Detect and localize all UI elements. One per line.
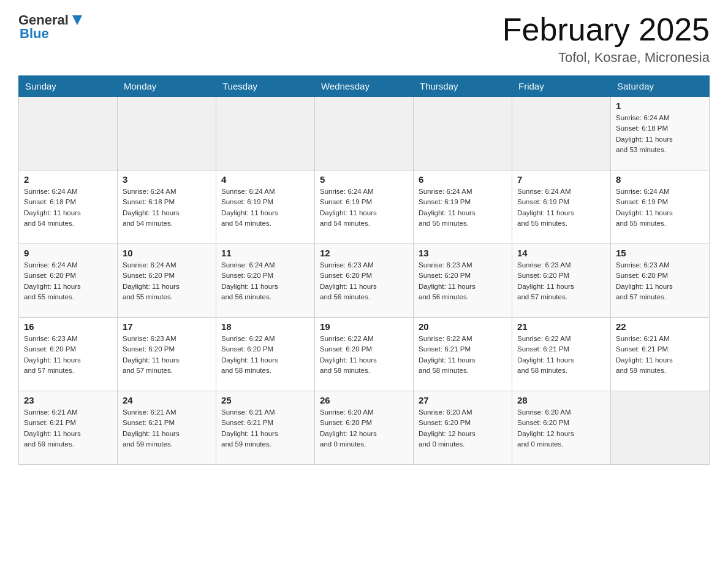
weekday-saturday: Saturday	[611, 76, 710, 97]
day-number: 15	[616, 248, 704, 258]
day-number: 11	[221, 248, 309, 258]
day-info: Sunrise: 6:22 AM Sunset: 6:21 PM Dayligh…	[419, 334, 507, 376]
day-info: Sunrise: 6:21 AM Sunset: 6:21 PM Dayligh…	[24, 407, 112, 450]
calendar-cell: 24Sunrise: 6:21 AM Sunset: 6:21 PM Dayli…	[118, 391, 216, 465]
weekday-friday: Friday	[512, 76, 611, 97]
day-number: 18	[221, 321, 309, 332]
calendar-cell: 18Sunrise: 6:22 AM Sunset: 6:20 PM Dayli…	[216, 318, 315, 391]
day-number: 3	[123, 174, 211, 185]
day-info: Sunrise: 6:22 AM Sunset: 6:20 PM Dayligh…	[221, 334, 309, 376]
calendar-week-3: 9Sunrise: 6:24 AM Sunset: 6:20 PM Daylig…	[19, 244, 710, 318]
day-info: Sunrise: 6:21 AM Sunset: 6:21 PM Dayligh…	[123, 407, 211, 450]
day-number: 8	[616, 174, 704, 185]
day-number: 22	[616, 321, 704, 332]
day-info: Sunrise: 6:23 AM Sunset: 6:20 PM Dayligh…	[419, 260, 507, 302]
calendar-cell: 11Sunrise: 6:24 AM Sunset: 6:20 PM Dayli…	[216, 244, 315, 318]
calendar-cell: 1Sunrise: 6:24 AM Sunset: 6:18 PM Daylig…	[611, 97, 710, 170]
day-number: 5	[320, 174, 408, 185]
calendar-cell	[216, 97, 315, 170]
calendar-cell: 8Sunrise: 6:24 AM Sunset: 6:19 PM Daylig…	[611, 170, 710, 244]
day-info: Sunrise: 6:23 AM Sunset: 6:20 PM Dayligh…	[616, 260, 704, 302]
day-info: Sunrise: 6:23 AM Sunset: 6:20 PM Dayligh…	[123, 334, 211, 376]
calendar-cell: 19Sunrise: 6:22 AM Sunset: 6:20 PM Dayli…	[315, 318, 414, 391]
calendar-cell: 23Sunrise: 6:21 AM Sunset: 6:21 PM Dayli…	[19, 391, 118, 465]
day-info: Sunrise: 6:23 AM Sunset: 6:20 PM Dayligh…	[517, 260, 605, 302]
day-info: Sunrise: 6:24 AM Sunset: 6:19 PM Dayligh…	[419, 186, 507, 229]
day-info: Sunrise: 6:24 AM Sunset: 6:18 PM Dayligh…	[616, 113, 704, 155]
calendar-cell: 15Sunrise: 6:23 AM Sunset: 6:20 PM Dayli…	[611, 244, 710, 318]
calendar-cell: 27Sunrise: 6:20 AM Sunset: 6:20 PM Dayli…	[414, 391, 512, 465]
day-number: 24	[123, 395, 211, 405]
day-info: Sunrise: 6:23 AM Sunset: 6:20 PM Dayligh…	[24, 334, 112, 376]
day-info: Sunrise: 6:24 AM Sunset: 6:20 PM Dayligh…	[123, 260, 211, 302]
day-number: 25	[221, 395, 309, 405]
day-info: Sunrise: 6:20 AM Sunset: 6:20 PM Dayligh…	[517, 407, 605, 450]
calendar-cell: 20Sunrise: 6:22 AM Sunset: 6:21 PM Dayli…	[414, 318, 512, 391]
calendar-cell: 2Sunrise: 6:24 AM Sunset: 6:18 PM Daylig…	[19, 170, 118, 244]
calendar-cell	[611, 391, 710, 465]
day-info: Sunrise: 6:21 AM Sunset: 6:21 PM Dayligh…	[616, 334, 704, 376]
calendar-cell: 5Sunrise: 6:24 AM Sunset: 6:19 PM Daylig…	[315, 170, 414, 244]
calendar-cell: 21Sunrise: 6:22 AM Sunset: 6:21 PM Dayli…	[512, 318, 611, 391]
calendar-subtitle: Tofol, Kosrae, Micronesia	[502, 50, 710, 66]
day-info: Sunrise: 6:24 AM Sunset: 6:19 PM Dayligh…	[517, 186, 605, 229]
calendar-cell	[414, 97, 512, 170]
day-number: 14	[517, 248, 605, 258]
calendar-cell	[315, 97, 414, 170]
weekday-wednesday: Wednesday	[315, 76, 414, 97]
calendar-body: 1Sunrise: 6:24 AM Sunset: 6:18 PM Daylig…	[19, 97, 710, 465]
weekday-tuesday: Tuesday	[216, 76, 315, 97]
day-info: Sunrise: 6:24 AM Sunset: 6:19 PM Dayligh…	[616, 186, 704, 229]
day-info: Sunrise: 6:24 AM Sunset: 6:18 PM Dayligh…	[24, 186, 112, 229]
calendar-cell: 12Sunrise: 6:23 AM Sunset: 6:20 PM Dayli…	[315, 244, 414, 318]
day-number: 4	[221, 174, 309, 185]
calendar-cell: 28Sunrise: 6:20 AM Sunset: 6:20 PM Dayli…	[512, 391, 611, 465]
day-number: 16	[24, 321, 112, 332]
day-number: 13	[419, 248, 507, 258]
day-number: 23	[24, 395, 112, 405]
day-info: Sunrise: 6:24 AM Sunset: 6:18 PM Dayligh…	[123, 186, 211, 229]
page-header: General Blue February 2025 Tofol, Kosrae…	[18, 12, 710, 66]
calendar-cell: 10Sunrise: 6:24 AM Sunset: 6:20 PM Dayli…	[118, 244, 216, 318]
calendar-header: SundayMondayTuesdayWednesdayThursdayFrid…	[19, 76, 710, 97]
day-number: 9	[24, 248, 112, 258]
day-info: Sunrise: 6:24 AM Sunset: 6:19 PM Dayligh…	[320, 186, 408, 229]
day-info: Sunrise: 6:24 AM Sunset: 6:20 PM Dayligh…	[221, 260, 309, 302]
day-number: 6	[419, 174, 507, 185]
weekday-monday: Monday	[118, 76, 216, 97]
calendar-table: SundayMondayTuesdayWednesdayThursdayFrid…	[18, 75, 710, 465]
day-number: 17	[123, 321, 211, 332]
day-number: 21	[517, 321, 605, 332]
calendar-week-5: 23Sunrise: 6:21 AM Sunset: 6:21 PM Dayli…	[19, 391, 710, 465]
day-info: Sunrise: 6:24 AM Sunset: 6:19 PM Dayligh…	[221, 186, 309, 229]
day-info: Sunrise: 6:20 AM Sunset: 6:20 PM Dayligh…	[320, 407, 408, 450]
calendar-cell: 9Sunrise: 6:24 AM Sunset: 6:20 PM Daylig…	[19, 244, 118, 318]
calendar-week-2: 2Sunrise: 6:24 AM Sunset: 6:18 PM Daylig…	[19, 170, 710, 244]
calendar-cell: 14Sunrise: 6:23 AM Sunset: 6:20 PM Dayli…	[512, 244, 611, 318]
weekday-sunday: Sunday	[19, 76, 118, 97]
svg-marker-0	[72, 15, 82, 25]
calendar-cell: 13Sunrise: 6:23 AM Sunset: 6:20 PM Dayli…	[414, 244, 512, 318]
day-number: 28	[517, 395, 605, 405]
calendar-cell: 4Sunrise: 6:24 AM Sunset: 6:19 PM Daylig…	[216, 170, 315, 244]
day-info: Sunrise: 6:22 AM Sunset: 6:20 PM Dayligh…	[320, 334, 408, 376]
day-number: 12	[320, 248, 408, 258]
calendar-week-1: 1Sunrise: 6:24 AM Sunset: 6:18 PM Daylig…	[19, 97, 710, 170]
weekday-thursday: Thursday	[414, 76, 512, 97]
day-number: 20	[419, 321, 507, 332]
calendar-cell: 7Sunrise: 6:24 AM Sunset: 6:19 PM Daylig…	[512, 170, 611, 244]
day-number: 1	[616, 101, 704, 111]
calendar-cell: 22Sunrise: 6:21 AM Sunset: 6:21 PM Dayli…	[611, 318, 710, 391]
day-number: 27	[419, 395, 507, 405]
calendar-cell	[512, 97, 611, 170]
calendar-title: February 2025	[502, 12, 710, 47]
calendar-cell: 6Sunrise: 6:24 AM Sunset: 6:19 PM Daylig…	[414, 170, 512, 244]
day-number: 2	[24, 174, 112, 185]
calendar-cell: 16Sunrise: 6:23 AM Sunset: 6:20 PM Dayli…	[19, 318, 118, 391]
title-block: February 2025 Tofol, Kosrae, Micronesia	[502, 12, 710, 66]
day-number: 26	[320, 395, 408, 405]
day-info: Sunrise: 6:20 AM Sunset: 6:20 PM Dayligh…	[419, 407, 507, 450]
logo: General Blue	[18, 12, 85, 42]
calendar-cell	[118, 97, 216, 170]
day-number: 10	[123, 248, 211, 258]
